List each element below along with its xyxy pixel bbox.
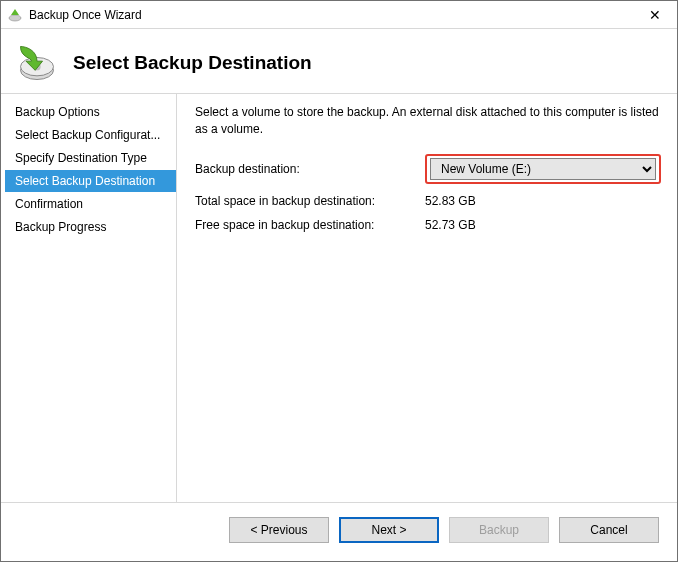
wizard-header: Select Backup Destination	[1, 29, 677, 93]
wizard-window: Backup Once Wizard ✕ Select Backup Desti…	[0, 0, 678, 562]
backup-button: Backup	[449, 517, 549, 543]
row-destination: Backup destination: New Volume (E:)	[195, 154, 661, 184]
step-progress[interactable]: Backup Progress	[5, 216, 176, 238]
destination-select[interactable]: New Volume (E:)	[430, 158, 656, 180]
step-confirmation[interactable]: Confirmation	[5, 193, 176, 215]
destination-label: Backup destination:	[195, 162, 425, 176]
step-select-destination[interactable]: Select Backup Destination	[5, 170, 176, 192]
wizard-content: Select a volume to store the backup. An …	[177, 94, 677, 502]
backup-wizard-icon	[15, 41, 59, 85]
body: Backup Options Select Backup Configurat.…	[1, 94, 677, 502]
instruction-text: Select a volume to store the backup. An …	[195, 104, 661, 138]
total-space-value: 52.83 GB	[425, 194, 476, 208]
row-total-space: Total space in backup destination: 52.83…	[195, 194, 661, 208]
close-button[interactable]: ✕	[633, 1, 677, 29]
app-icon	[7, 7, 23, 23]
wizard-footer: < Previous Next > Backup Cancel	[1, 503, 677, 561]
free-space-value: 52.73 GB	[425, 218, 476, 232]
free-space-label: Free space in backup destination:	[195, 218, 425, 232]
cancel-button[interactable]: Cancel	[559, 517, 659, 543]
step-select-config[interactable]: Select Backup Configurat...	[5, 124, 176, 146]
total-space-label: Total space in backup destination:	[195, 194, 425, 208]
row-free-space: Free space in backup destination: 52.73 …	[195, 218, 661, 232]
window-title: Backup Once Wizard	[29, 8, 142, 22]
svg-point-0	[9, 15, 21, 21]
step-destination-type[interactable]: Specify Destination Type	[5, 147, 176, 169]
page-title: Select Backup Destination	[73, 52, 312, 74]
step-backup-options[interactable]: Backup Options	[5, 101, 176, 123]
next-button[interactable]: Next >	[339, 517, 439, 543]
title-group: Backup Once Wizard	[7, 7, 142, 23]
titlebar: Backup Once Wizard ✕	[1, 1, 677, 29]
close-icon: ✕	[649, 8, 661, 22]
previous-button[interactable]: < Previous	[229, 517, 329, 543]
destination-highlight: New Volume (E:)	[425, 154, 661, 184]
wizard-sidebar: Backup Options Select Backup Configurat.…	[5, 94, 177, 502]
